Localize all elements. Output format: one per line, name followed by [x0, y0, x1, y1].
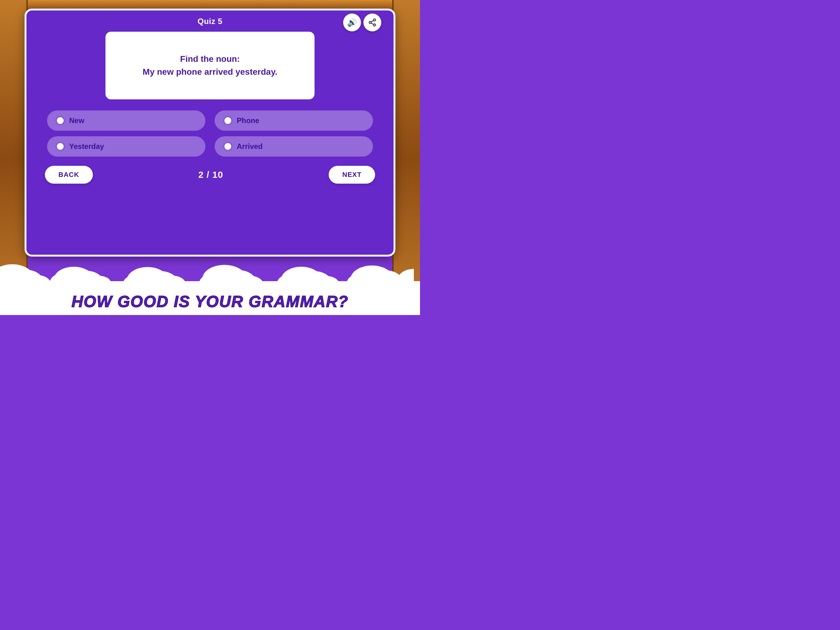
- answer-label-arrived: Arrived: [237, 142, 262, 151]
- question-instruction: Find the noun:: [180, 54, 240, 64]
- radio-yesterday: [56, 142, 65, 151]
- bottom-bar: BACK 2 / 10 NEXT: [39, 166, 381, 184]
- question-box: Find the noun: My new phone arrived yest…: [106, 32, 314, 99]
- sound-button[interactable]: 🔊: [343, 14, 361, 32]
- answers-grid: New Phone Yesterday Arrived: [41, 111, 379, 157]
- sound-icon: 🔊: [347, 18, 357, 27]
- answer-phone[interactable]: Phone: [215, 111, 373, 131]
- tagline: HOW GOOD IS YOUR GRAMMAR?: [0, 292, 420, 311]
- share-icon: [368, 18, 377, 27]
- quiz-card: Quiz 5 🔊 Find the noun: My new phone arr…: [25, 9, 395, 256]
- answer-arrived[interactable]: Arrived: [215, 136, 373, 157]
- radio-phone: [223, 116, 232, 125]
- answer-label-phone: Phone: [237, 116, 259, 125]
- svg-point-29: [397, 269, 414, 284]
- back-button[interactable]: BACK: [45, 166, 93, 184]
- answer-yesterday[interactable]: Yesterday: [47, 136, 205, 157]
- svg-line-4: [371, 21, 374, 22]
- radio-new: [56, 116, 65, 125]
- next-button[interactable]: NEXT: [329, 166, 375, 184]
- question-text: Find the noun: My new phone arrived yest…: [143, 52, 277, 78]
- progress-indicator: 2 / 10: [198, 169, 223, 180]
- top-icons: 🔊: [343, 14, 381, 32]
- radio-arrived: [223, 142, 232, 151]
- question-sentence: My new phone arrived yesterday.: [143, 67, 277, 77]
- answer-new[interactable]: New: [47, 111, 205, 131]
- share-button[interactable]: [363, 14, 381, 32]
- top-bar: Quiz 5 🔊: [39, 17, 381, 26]
- answer-label-new: New: [69, 116, 84, 125]
- answer-label-yesterday: Yesterday: [69, 142, 104, 151]
- quiz-title: Quiz 5: [197, 17, 222, 26]
- svg-line-3: [371, 23, 374, 25]
